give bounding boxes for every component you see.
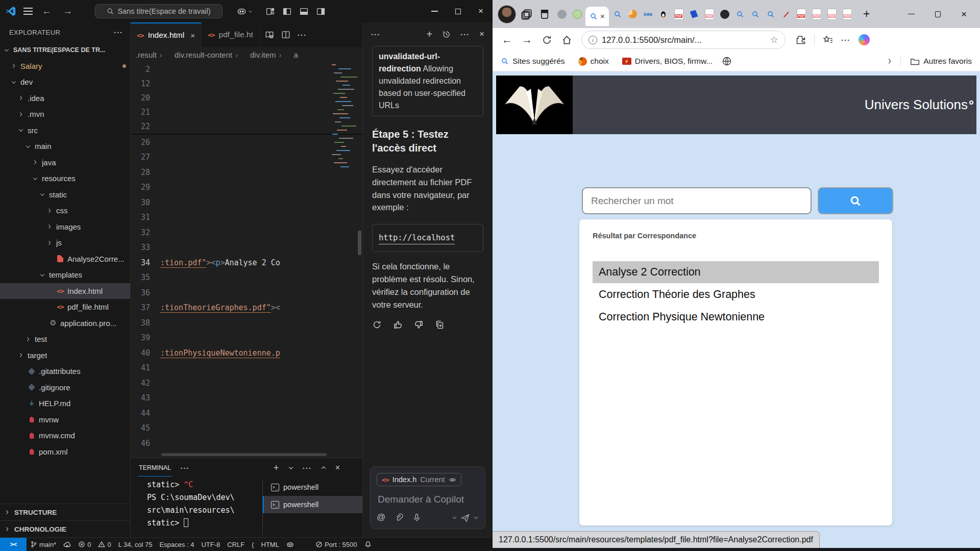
code-line-27[interactable]: 27 — [131, 150, 362, 165]
breadcrumb-item-div-result-content[interactable]: div.result-content — [165, 51, 232, 59]
tree-item-java[interactable]: java — [0, 155, 130, 171]
tree-item-salary[interactable]: Salary — [0, 58, 130, 74]
maximize-icon[interactable] — [455, 9, 461, 14]
code-line-39[interactable]: 39 — [131, 331, 362, 346]
chevron-down-icon[interactable] — [452, 515, 457, 520]
shell-item-0[interactable]: >_powershell — [263, 479, 362, 496]
back-icon[interactable]: ← — [40, 6, 54, 17]
pdf-pink-tab[interactable]: PDF — [810, 6, 823, 23]
status-port-5500[interactable]: Port : 5500 — [312, 538, 361, 551]
code-line-40[interactable]: 40:tionPhysiqueNewtonienne.p — [131, 345, 362, 361]
status-l-34-col-75[interactable]: L 34, col 75 — [115, 538, 156, 551]
linux-tab[interactable] — [656, 6, 670, 23]
tab-pdf-file-html[interactable]: <> pdf_file.ht — [202, 22, 260, 47]
maximize-icon[interactable] — [935, 11, 941, 17]
pdf-pink-tab[interactable]: PDF — [840, 6, 854, 23]
tree-item-pdf-file-html[interactable]: <>pdf_file.html — [0, 299, 130, 315]
thumbs-up-icon[interactable] — [393, 320, 403, 330]
regenerate-icon[interactable] — [372, 320, 382, 330]
search-tab[interactable] — [764, 6, 777, 23]
favorite-sites-sugg-r-s[interactable]: Sites suggérés — [499, 57, 567, 66]
new-chat-icon[interactable]: + — [426, 29, 432, 40]
tree-item-target[interactable]: target — [0, 347, 130, 364]
intel-tab[interactable]: inte — [641, 6, 655, 23]
code-line-42[interactable]: 42 — [131, 375, 362, 391]
code-line-29[interactable]: 29 — [131, 180, 362, 195]
minimize-icon[interactable] — [431, 11, 438, 12]
mic-icon[interactable] — [412, 513, 421, 522]
status-utf-8[interactable]: UTF-8 — [198, 538, 224, 551]
code-line-32[interactable]: 32 — [131, 225, 362, 240]
code-line-21[interactable]: 21 — [131, 105, 362, 119]
code-line-38[interactable]: 38 — [131, 315, 362, 331]
toggle-panel-icon[interactable] — [300, 7, 308, 16]
pdf-pale-tab[interactable]: PDF — [702, 6, 716, 23]
open-preview-icon[interactable] — [265, 30, 274, 39]
tab-actions-icon[interactable] — [537, 9, 552, 20]
tree-item-mvnw[interactable]: mvnw — [0, 412, 130, 428]
copilot-icon[interactable] — [859, 34, 870, 45]
breadcrumb-item-result[interactable]: .result — [136, 51, 157, 59]
status-0[interactable]: 0 — [75, 538, 94, 551]
shell-item-1[interactable]: >_powershell — [263, 496, 362, 513]
result-analyse-2-correction[interactable]: Analyse 2 Correction — [593, 261, 879, 283]
code-line-35[interactable]: 35 — [131, 270, 362, 286]
attach-icon[interactable] — [395, 513, 403, 522]
vertical-scrollbar[interactable] — [358, 231, 361, 255]
search-tab[interactable] — [610, 6, 624, 23]
result-correction-th-orie-des-graphes[interactable]: Correction Théorie des Graphes — [593, 284, 879, 306]
status-[interactable]: ( — [248, 538, 257, 551]
close-tab-icon[interactable]: × — [600, 12, 605, 20]
copilot-input[interactable]: <> Index.h Current Demander à Copilot @ — [370, 466, 485, 529]
status-html[interactable]: HTML — [258, 538, 283, 551]
context-chip[interactable]: <> Index.h Current — [377, 473, 461, 486]
code-line-26[interactable]: 26 — [131, 135, 362, 150]
editor-more-icon[interactable]: ··· — [298, 31, 307, 39]
chevron-down-icon[interactable] — [288, 465, 294, 471]
favorite-star-icon[interactable]: ☆ — [770, 34, 778, 45]
code-line-30[interactable]: 30 — [131, 195, 362, 210]
copilot-views-icon[interactable]: ··· — [371, 30, 380, 39]
forward-icon[interactable]: → — [522, 34, 532, 46]
chevron-right-icon[interactable] — [886, 58, 893, 65]
code-line-36[interactable]: 36 — [131, 285, 362, 300]
code-line-44[interactable]: 44 — [131, 406, 362, 421]
github-tab[interactable] — [718, 6, 731, 23]
refresh-icon[interactable] — [542, 35, 552, 45]
tree-item-mvn[interactable]: .mvn — [0, 106, 130, 122]
search-tab[interactable] — [748, 6, 762, 23]
globe-icon[interactable] — [720, 56, 734, 66]
terminal-tab[interactable]: TERMINAL — [138, 460, 172, 477]
toggle-secondary-sidebar-icon[interactable] — [316, 7, 325, 16]
sidebar-section-chronologie[interactable]: CHRONOLOGIE — [0, 520, 130, 537]
code-line-33[interactable]: 33 — [131, 240, 362, 256]
minimize-icon[interactable] — [908, 14, 915, 15]
favorites-icon[interactable] — [823, 35, 833, 45]
active-tab[interactable]: × — [585, 7, 609, 26]
pen-tab[interactable] — [779, 6, 793, 23]
tree-item-idea[interactable]: .idea — [0, 90, 130, 107]
eye-icon[interactable] — [449, 476, 456, 484]
minimap[interactable] — [332, 62, 356, 195]
mention-icon[interactable]: @ — [377, 512, 385, 522]
toggle-sidebar-icon[interactable] — [283, 7, 291, 16]
code-line-2[interactable]: 2 — [131, 62, 362, 77]
chatgpt-tab[interactable] — [555, 6, 569, 23]
favorite-choix[interactable]: choix — [576, 57, 611, 66]
result-correction-physique-newtonienne[interactable]: Correction Physique Newtonienne — [593, 306, 879, 328]
history-icon[interactable] — [442, 30, 451, 39]
forward-icon[interactable]: → — [61, 6, 75, 17]
terminal-options-icon[interactable]: ··· — [303, 464, 312, 472]
tree-item-templates[interactable]: templates — [0, 267, 130, 283]
tree-item-images[interactable]: images — [0, 219, 130, 235]
close-tab-icon[interactable]: × — [190, 31, 195, 40]
address-bar[interactable]: i 127.0.0.1:5500/src/main/... ☆ — [581, 31, 786, 49]
tab-index-html[interactable]: <> Index.html × — [131, 22, 202, 47]
close-icon[interactable]: × — [961, 9, 967, 20]
tree-item-index-html[interactable]: <>Index.html — [0, 283, 130, 299]
chevron-up-icon[interactable] — [321, 465, 327, 471]
split-editor-icon[interactable] — [281, 30, 290, 39]
tree-item-pom-xml[interactable]: pom.xml — [0, 444, 130, 460]
site-info-icon[interactable]: i — [589, 36, 597, 44]
drive-blue-tab[interactable] — [687, 6, 701, 23]
